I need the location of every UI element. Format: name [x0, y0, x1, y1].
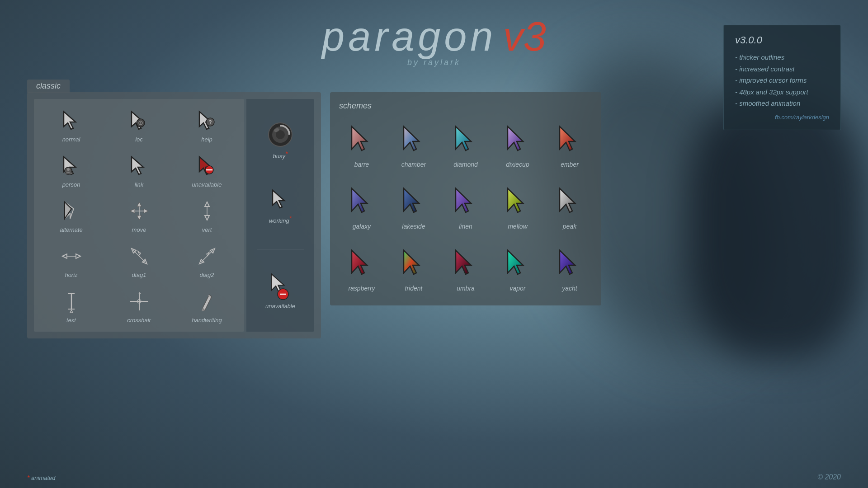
svg-marker-67	[508, 250, 523, 274]
cursor-label-loc: loc	[135, 136, 143, 143]
svg-marker-59	[352, 188, 367, 212]
scheme-mellow: mellow	[495, 179, 540, 235]
scheme-label-chamber: chamber	[401, 161, 426, 168]
classic-cursor-grid: normal loc	[34, 99, 244, 332]
cursor-label-unavailable-c: unavailable	[192, 181, 222, 188]
cursor-icon-unavailable-c	[193, 152, 221, 179]
cursor-icon-crosshair	[126, 288, 153, 315]
svg-text:?: ?	[208, 119, 212, 125]
classic-panel-label: classic	[27, 80, 70, 93]
svg-marker-66	[456, 250, 471, 274]
cursor-icon-person	[58, 152, 85, 179]
scheme-label-ember: ember	[561, 161, 579, 168]
scheme-label-galaxy: galaxy	[353, 223, 371, 230]
schemes-grid: barre	[339, 117, 592, 296]
svg-marker-32	[138, 251, 141, 255]
cursor-label-handwriting: handwriting	[192, 317, 222, 324]
scheme-diamond: diamond	[443, 117, 488, 173]
svg-marker-26	[62, 254, 67, 258]
cursor-icon-busy	[267, 121, 294, 148]
scheme-cursor-ember	[552, 122, 588, 158]
scheme-label-lakeside: lakeside	[402, 223, 425, 230]
svg-marker-61	[456, 188, 471, 212]
svg-marker-55	[404, 127, 419, 150]
svg-marker-27	[76, 254, 80, 258]
svg-marker-62	[508, 188, 523, 212]
cursor-icon-text	[58, 288, 85, 315]
animated-text: animated	[31, 474, 55, 481]
cursor-label-busy: busy*	[273, 150, 288, 160]
version-label: v3.0.0	[735, 34, 829, 46]
svg-marker-57	[508, 127, 523, 150]
svg-marker-64	[352, 250, 367, 274]
scheme-label-raspberry: raspberry	[348, 285, 375, 292]
svg-marker-65	[404, 250, 419, 274]
cursor-help: ? help	[174, 103, 240, 146]
feature-item: - smoothed animation	[735, 98, 829, 109]
cursor-unavailable-c: unavailable	[174, 149, 240, 192]
cursor-label-horiz: horiz	[65, 272, 77, 278]
feature-item: - 48px and 32px support	[735, 86, 829, 98]
scheme-cursor-vapor	[500, 246, 536, 282]
scheme-cursor-trident	[396, 246, 432, 282]
cursor-label-unavailable-b: unavailable	[265, 303, 295, 310]
cursor-loc: loc	[106, 103, 172, 146]
svg-marker-60	[404, 188, 419, 212]
svg-point-4	[140, 122, 141, 124]
scheme-raspberry: raspberry	[339, 241, 384, 296]
cursor-icon-handwriting	[193, 288, 221, 315]
scheme-label-diamond: diamond	[453, 161, 478, 168]
copyright: © 2020	[817, 473, 841, 481]
schemes-panel-label: schemes	[339, 101, 592, 111]
svg-line-35	[201, 250, 213, 262]
content-area: paragon v3 by raylark v3.0.0 - thicker o…	[0, 0, 868, 488]
cursor-link: link	[106, 149, 172, 192]
classic-inner: normal loc	[34, 99, 314, 332]
scheme-label-mellow: mellow	[508, 223, 528, 230]
cursor-text: text	[38, 284, 104, 327]
cursor-label-alternate: alternate	[60, 226, 83, 233]
cursor-horiz: horiz	[38, 239, 104, 282]
svg-marker-0	[64, 112, 75, 129]
svg-marker-54	[352, 127, 367, 150]
cursor-move: move	[106, 194, 172, 237]
cursor-diag1: diag1	[106, 239, 172, 282]
cursor-icon-normal	[58, 107, 85, 134]
scheme-umbra: umbra	[443, 241, 488, 296]
scheme-cursor-diamond	[448, 122, 484, 158]
info-panel: v3.0.0 - thicker outlines - increased co…	[723, 25, 841, 130]
classic-panel: normal loc	[27, 92, 321, 338]
title-v3: v3	[503, 14, 546, 59]
scheme-chamber: chamber	[391, 117, 436, 173]
cursor-unavailable-b: unavailable	[263, 270, 297, 313]
scheme-cursor-raspberry	[344, 246, 380, 282]
cursor-label-help: help	[201, 136, 212, 143]
cursor-label-move: move	[132, 226, 146, 233]
cursor-label-working: working*	[269, 215, 292, 224]
feature-item: - improved cursor forms	[735, 75, 829, 86]
cursor-handwriting: handwriting	[174, 284, 240, 327]
cursor-label-crosshair: crosshair	[127, 317, 151, 324]
svg-marker-23	[205, 202, 209, 206]
scheme-cursor-yacht	[552, 246, 588, 282]
svg-marker-58	[560, 127, 575, 150]
svg-point-10	[67, 168, 70, 171]
cursor-normal: normal	[38, 103, 104, 146]
cursor-icon-horiz	[58, 243, 85, 270]
animated-dot-working: *	[289, 215, 292, 222]
feature-item: - increased contrast	[735, 63, 829, 75]
scheme-cursor-linen	[448, 184, 484, 220]
cursor-alternate: alternate	[38, 194, 104, 237]
svg-marker-11	[132, 157, 143, 174]
cursor-icon-diag1	[126, 243, 153, 270]
svg-marker-56	[456, 127, 471, 150]
scheme-cursor-mellow	[500, 184, 536, 220]
cursor-label-text: text	[66, 317, 76, 324]
scheme-trident: trident	[391, 241, 436, 296]
schemes-panel: schemes	[330, 92, 601, 305]
cursor-label-normal: normal	[62, 136, 80, 143]
cursor-vert: vert	[174, 194, 240, 237]
animated-note: * animated	[27, 474, 56, 481]
cursor-label-person: person	[62, 181, 80, 188]
scheme-label-yacht: yacht	[562, 285, 577, 292]
